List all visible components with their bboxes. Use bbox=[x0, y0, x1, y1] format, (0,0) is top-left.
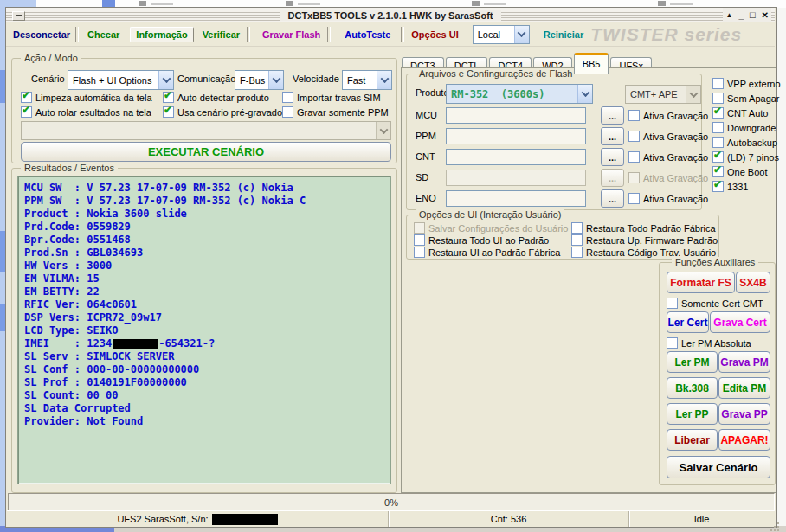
toolbar-separator bbox=[75, 27, 79, 42]
status-device-panel: UFS2 SarasSoft, S/n: bbox=[7, 511, 389, 527]
acao-modo-group: Ação / Modo Cenário Flash + UI Options C… bbox=[11, 58, 397, 163]
terminal-line: Prd.Code: 0559829 bbox=[24, 221, 384, 234]
eno-ativa-checkbox[interactable]: Ativa Gravação bbox=[628, 193, 708, 204]
usa-cenario-checkbox[interactable]: ✔ Usa cenário pré-gravado bbox=[163, 106, 282, 118]
progress-value: 0% bbox=[384, 497, 398, 508]
restaura-todo-padrao-fabrica-checkbox[interactable]: Restaura Todo Padrão Fábrica bbox=[571, 222, 716, 234]
terminal-line: MCU SW : V 57.23 17-07-09 RM-352 (c) Nok… bbox=[24, 182, 384, 195]
terminal-line: Prod.Sn : GBL034693 bbox=[24, 247, 384, 260]
bk-308-button[interactable]: Bk.308 bbox=[667, 377, 718, 399]
apagar-button[interactable]: APAGAR! bbox=[718, 429, 770, 451]
cnt-auto-checkbox[interactable]: ✔CNT Auto bbox=[712, 107, 769, 119]
pre-gravado-select bbox=[21, 121, 391, 140]
results-terminal[interactable]: MCU SW : V 57.23 17-07-09 RM-352 (c) Nok… bbox=[17, 176, 391, 484]
ld-7-pinos-checkbox[interactable]: ✔(LD) 7 pinos bbox=[712, 151, 779, 163]
maximize-icon[interactable]: □ bbox=[750, 10, 756, 20]
tab-bb5[interactable]: BB5 bbox=[574, 53, 609, 74]
desconectar-button[interactable]: Desconectar bbox=[13, 29, 70, 40]
ler-cert-button[interactable]: Ler Cert bbox=[667, 311, 709, 333]
executar-cenario-button[interactable]: EXECUTAR CENÁRIO bbox=[21, 142, 391, 162]
ler-pm-button[interactable]: Ler PM bbox=[667, 351, 718, 373]
grava-pp-button[interactable]: Grava PP bbox=[718, 403, 770, 425]
mcu-label: MCU bbox=[416, 110, 437, 120]
mcu-ativa-checkbox[interactable]: Ativa Gravação bbox=[628, 110, 708, 121]
comunicacao-select[interactable]: F-Bus bbox=[235, 70, 284, 90]
downgrade-checkbox[interactable]: Downgrade bbox=[712, 122, 776, 133]
chevron-down-icon[interactable] bbox=[514, 26, 529, 43]
verificar-button[interactable]: Verificar bbox=[203, 29, 240, 40]
somente-cert-cmt-checkbox[interactable]: Somente Cert CMT bbox=[667, 298, 763, 309]
minimize-icon[interactable]: _ bbox=[738, 11, 744, 20]
gravar-flash-button[interactable]: Gravar Flash bbox=[262, 29, 320, 40]
restaura-up-firmware-checkbox[interactable]: Restaura Up. Firmware Padrão bbox=[571, 234, 718, 246]
close-icon[interactable]: ✕ bbox=[762, 11, 769, 20]
reiniciar-button[interactable]: Reiniciar bbox=[544, 29, 583, 40]
cnt-ativa-checkbox[interactable]: Ativa Gravação bbox=[628, 151, 708, 163]
velocidade-select[interactable]: Fast bbox=[342, 70, 392, 90]
mcu-file-field[interactable] bbox=[446, 107, 586, 124]
opcoes-ui-button[interactable]: Opções UI bbox=[411, 29, 458, 40]
eno-browse-button[interactable]: ... bbox=[601, 189, 624, 208]
terminal-line: LCD Type: SEIKO bbox=[24, 324, 384, 337]
sx4b-button[interactable]: SX4B bbox=[736, 272, 770, 293]
one-boot-checkbox[interactable]: ✔One Boot bbox=[712, 166, 767, 177]
terminal-line: SL Count: 00 00 bbox=[24, 389, 384, 402]
produto-select[interactable]: RM-352 (3600s) bbox=[446, 84, 593, 104]
chevron-down-icon[interactable] bbox=[268, 71, 283, 89]
chevron-down-icon bbox=[376, 122, 390, 139]
restaura-todo-ui-checkbox[interactable]: Restaura Todo UI ao Padrão bbox=[414, 234, 549, 246]
ppm-browse-button[interactable]: ... bbox=[601, 127, 624, 145]
app-window: DCTxBB5 TOOLS v 2.1.0.1 HWK by SarasSoft… bbox=[5, 7, 777, 528]
salvar-cenario-button[interactable]: Salvar Cenário bbox=[667, 456, 770, 478]
title-bar[interactable]: DCTxBB5 TOOLS v 2.1.0.1 HWK by SarasSoft… bbox=[6, 8, 775, 22]
terminal-line: EM BETTY: 22 bbox=[24, 285, 384, 298]
chevron-down-icon[interactable] bbox=[577, 85, 592, 103]
ler-pp-button[interactable]: Ler PP bbox=[667, 403, 718, 425]
auto-detectar-checkbox[interactable]: ✔ Auto detectar produto bbox=[163, 92, 269, 103]
gravar-somente-ppm-checkbox[interactable]: Gravar somente PPM bbox=[282, 106, 389, 118]
ppm-file-field[interactable] bbox=[446, 128, 586, 144]
twister-series-logo: TWISTER series bbox=[590, 24, 742, 45]
acao-modo-title: Ação / Modo bbox=[21, 53, 81, 63]
cenario-select[interactable]: Flash + UI Options bbox=[68, 70, 174, 90]
arquivos-group: Arquivos e Confingurações de Flash Produ… bbox=[406, 74, 702, 210]
chevron-down-icon[interactable] bbox=[158, 71, 173, 89]
cnt-file-field[interactable] bbox=[446, 149, 586, 165]
auto-rolar-checkbox[interactable]: ✔ Auto rolar esultados na tela bbox=[21, 106, 151, 118]
salvar-config-usuario-checkbox: Salvar Configurações do Usuário bbox=[414, 222, 568, 234]
limpeza-automatica-checkbox[interactable]: ✔ Limpeza automática da tela bbox=[21, 92, 152, 103]
formatar-fs-button[interactable]: Formatar FS bbox=[667, 272, 735, 293]
local-select[interactable]: Local bbox=[473, 25, 530, 44]
informacao-button[interactable]: Informação bbox=[130, 27, 193, 42]
terminal-line-imei: IMEI : 1234-654321-? bbox=[24, 337, 384, 350]
screen: DCTxBB5 TOOLS v 2.1.0.1 HWK by SarasSoft… bbox=[0, 0, 786, 532]
terminal-line: PPM SW : V 57.23 17-07-09 RM-352 (c) Nok… bbox=[24, 195, 384, 208]
cnt-browse-button[interactable]: ... bbox=[601, 148, 624, 166]
rollup-icon[interactable]: ▲ bbox=[725, 12, 732, 19]
checar-button[interactable]: Checar bbox=[87, 29, 119, 40]
vpp-externo-checkbox[interactable]: VPP externo bbox=[712, 78, 781, 89]
grava-cert-button[interactable]: Grava Cert bbox=[710, 311, 770, 333]
cmt-ape-value: CMT+ APE bbox=[626, 86, 686, 103]
check-icon: ✔ bbox=[713, 179, 722, 189]
1331-checkbox[interactable]: ✔1331 bbox=[712, 181, 748, 192]
sem-apagar-checkbox[interactable]: Sem Apagar bbox=[712, 93, 780, 104]
importar-travas-sim-checkbox[interactable]: Importar travas SIM bbox=[282, 92, 381, 103]
grava-pm-button[interactable]: Grava PM bbox=[718, 351, 770, 373]
ler-pm-absoluta-checkbox[interactable]: Ler PM Absoluta bbox=[667, 337, 751, 349]
progress-bar: 0% bbox=[8, 493, 775, 511]
terminal-line: Bpr.Code: 0551468 bbox=[24, 234, 384, 247]
resize-grip[interactable] bbox=[770, 522, 772, 524]
chevron-down-icon[interactable] bbox=[377, 71, 391, 89]
sd-file-field bbox=[446, 170, 586, 186]
mcu-browse-button[interactable]: ... bbox=[601, 106, 624, 125]
edita-pm-button[interactable]: Edita PM bbox=[718, 377, 770, 399]
system-menu-icon[interactable] bbox=[12, 11, 25, 21]
restaura-ui-padrao-fabrica-checkbox[interactable]: Restaura UI ao Padrão Fábrica bbox=[414, 247, 560, 258]
eno-file-field[interactable] bbox=[446, 190, 586, 207]
autoteste-button[interactable]: AutoTeste bbox=[345, 29, 390, 40]
liberar-button[interactable]: Liberar bbox=[667, 429, 718, 451]
window-title: DCTxBB5 TOOLS v 2.1.0.1 HWK by SarasSoft bbox=[280, 10, 502, 21]
ppm-ativa-checkbox[interactable]: Ativa Gravação bbox=[628, 131, 708, 142]
autobackup-checkbox[interactable]: Autobackup bbox=[712, 137, 777, 148]
